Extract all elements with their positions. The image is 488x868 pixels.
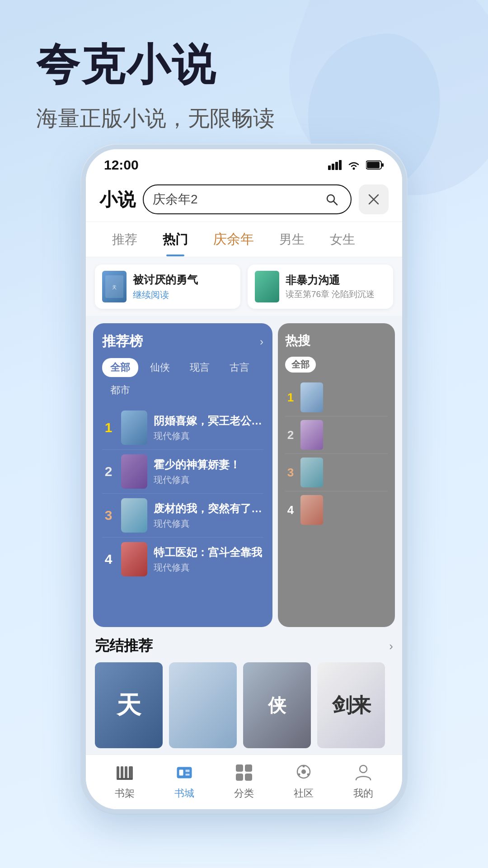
- completed-book-2[interactable]: [169, 662, 237, 748]
- bottom-nav: 书架 书城: [86, 755, 402, 809]
- svg-rect-25: [236, 774, 243, 781]
- recent-reads: 天 被讨厌的勇气 继续阅读 非暴力沟通 读至第76章 沦陷到沉迷: [86, 257, 402, 316]
- svg-rect-17: [129, 766, 133, 779]
- filter-tab-dushi[interactable]: 都市: [102, 381, 138, 400]
- nav-bookstore[interactable]: 书城: [173, 761, 196, 800]
- nav-bookshelf[interactable]: 书架: [113, 761, 136, 800]
- hot-rank-3: 3: [285, 466, 296, 480]
- book-item-3[interactable]: 3 废材的我，突然有了亿万年 现代修真: [102, 494, 263, 538]
- svg-rect-1: [332, 164, 334, 170]
- svg-point-4: [353, 168, 355, 170]
- filter-tab-guyan[interactable]: 古言: [221, 358, 258, 377]
- recent-card-1[interactable]: 天 被讨厌的勇气 继续阅读: [95, 264, 240, 309]
- search-text[interactable]: 庆余年2: [153, 191, 317, 208]
- content-area: 推荐榜 › 全部 仙侠 现言 古言 都市 1: [86, 316, 402, 755]
- bookstore-label: 书城: [174, 787, 194, 800]
- recent-title-1: 被讨厌的勇气: [133, 273, 233, 287]
- filter-tab-xiandai[interactable]: 现言: [182, 358, 218, 377]
- lists-row: 推荐榜 › 全部 仙侠 现言 古言 都市 1: [86, 316, 402, 627]
- section-header: 完结推荐 ›: [95, 636, 393, 656]
- search-button[interactable]: [322, 189, 342, 209]
- svg-line-9: [333, 201, 337, 205]
- battery-icon: [366, 160, 384, 170]
- book-thumb-1: [121, 410, 147, 445]
- svg-point-28: [301, 769, 306, 774]
- tab-female[interactable]: 女生: [317, 223, 368, 256]
- hot-list: 热搜 全部 1 2 3: [278, 323, 395, 627]
- profile-icon: [352, 761, 375, 784]
- hot-thumb-4: [300, 495, 323, 525]
- book-name-2: 霍少的神算娇妻！: [154, 458, 263, 472]
- hot-item-4[interactable]: 4: [285, 491, 388, 528]
- promo-title: 夸克小说: [36, 36, 452, 95]
- phone-frame: 12:00: [81, 145, 407, 814]
- hot-item-1[interactable]: 1: [285, 379, 388, 416]
- book-cover-2: [255, 271, 279, 302]
- tab-special[interactable]: 庆余年: [201, 222, 267, 257]
- svg-point-32: [360, 765, 367, 773]
- rec-list-header: 推荐榜 ›: [102, 332, 263, 351]
- completed-book-1[interactable]: 天: [95, 662, 163, 748]
- hot-rank-4: 4: [285, 503, 296, 517]
- tab-hot[interactable]: 热门: [150, 223, 201, 256]
- svg-rect-20: [179, 769, 183, 776]
- hot-filter-all[interactable]: 全部: [285, 357, 316, 373]
- hot-item-3[interactable]: 3: [285, 454, 388, 491]
- svg-rect-26: [245, 774, 252, 781]
- search-bar[interactable]: 庆余年2: [143, 184, 352, 214]
- completed-book-4[interactable]: 剑来: [317, 662, 385, 748]
- svg-point-29: [303, 765, 305, 768]
- community-icon: [292, 761, 315, 784]
- completed-book-3[interactable]: 侠: [243, 662, 311, 748]
- book-thumb-3: [121, 498, 147, 533]
- book-item-4[interactable]: 4 特工医妃：宫斗全靠我 现代修真: [102, 538, 263, 581]
- book-item-2[interactable]: 2 霍少的神算娇妻！ 现代修真: [102, 450, 263, 494]
- status-bar: 12:00: [86, 149, 402, 177]
- hot-item-2[interactable]: 2: [285, 416, 388, 454]
- hot-thumb-3: [300, 458, 323, 487]
- close-button[interactable]: [359, 184, 389, 214]
- sword-text: 剑来: [332, 692, 370, 719]
- svg-rect-3: [339, 160, 342, 170]
- book-item-1[interactable]: 1 阴婚喜嫁，冥王老公沦陷了 现代修真: [102, 406, 263, 450]
- bookstore-icon: [173, 761, 196, 784]
- rank-2: 2: [102, 464, 115, 479]
- recent-title-2: 非暴力沟通: [286, 273, 386, 288]
- completed-books: 天 侠 剑来: [95, 662, 393, 748]
- recent-progress-2: 读至第76章 沦陷到沉迷: [286, 288, 386, 300]
- rank-4: 4: [102, 552, 115, 567]
- app-title: 小说: [99, 187, 136, 212]
- filter-tab-all[interactable]: 全部: [102, 358, 138, 377]
- recent-card-2[interactable]: 非暴力沟通 读至第76章 沦陷到沉迷: [248, 264, 393, 309]
- completed-more[interactable]: ›: [389, 639, 393, 653]
- nav-profile[interactable]: 我的: [352, 761, 375, 800]
- tab-recommend[interactable]: 推荐: [99, 223, 150, 256]
- book-genre-4: 现代修真: [154, 561, 263, 574]
- hot-filter-tabs: 全部: [285, 357, 388, 373]
- wifi-icon: [347, 160, 361, 170]
- svg-rect-23: [236, 764, 243, 772]
- svg-text:天: 天: [112, 285, 117, 290]
- category-label: 分类: [234, 787, 254, 800]
- rec-list-more[interactable]: ›: [260, 335, 263, 348]
- bookshelf-label: 书架: [115, 787, 135, 800]
- rec-filter-tabs: 全部 仙侠 现言 古言 都市: [102, 358, 263, 400]
- book-info-3: 废材的我，突然有了亿万年 现代修真: [154, 501, 263, 530]
- recent-info-1: 被讨厌的勇气 继续阅读: [133, 273, 233, 301]
- hot-list-header: 热搜: [285, 332, 388, 349]
- book-info-2: 霍少的神算娇妻！ 现代修真: [154, 458, 263, 486]
- book-genre-2: 现代修真: [154, 474, 263, 486]
- filter-tab-xianxia[interactable]: 仙侠: [142, 358, 178, 377]
- svg-point-31: [298, 774, 300, 776]
- svg-rect-7: [382, 163, 384, 167]
- book-name-1: 阴婚喜嫁，冥王老公沦陷了: [154, 414, 263, 428]
- rec-list: 推荐榜 › 全部 仙侠 现言 古言 都市 1: [93, 323, 272, 627]
- category-icon: [233, 761, 255, 784]
- nav-community[interactable]: 社区: [292, 761, 315, 800]
- profile-label: 我的: [353, 787, 373, 800]
- nav-category[interactable]: 分类: [233, 761, 255, 800]
- promo-header: 夸克小说 海量正版小说，无限畅读: [0, 0, 488, 151]
- tab-male[interactable]: 男生: [267, 223, 317, 256]
- svg-rect-24: [245, 764, 252, 772]
- rank-1: 1: [102, 420, 115, 435]
